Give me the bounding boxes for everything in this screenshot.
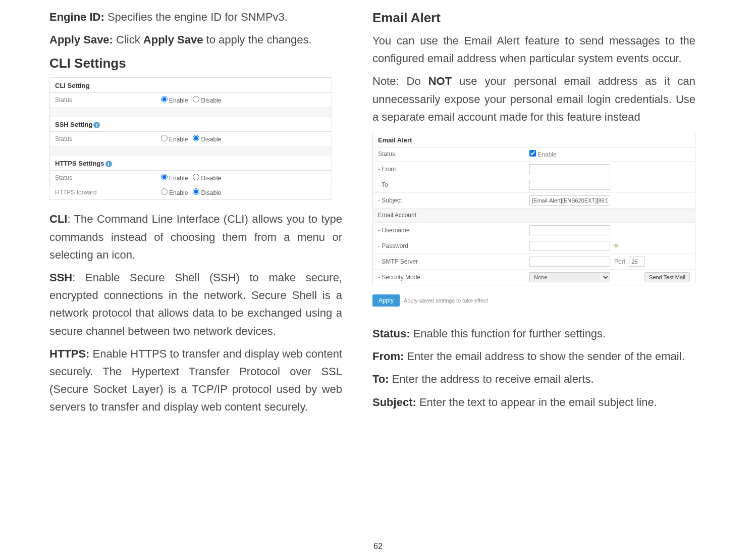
email-alert-heading: Email Alert	[372, 10, 695, 26]
cli-disable-radio[interactable]	[193, 96, 199, 103]
ssh-enable-radio[interactable]	[161, 135, 168, 141]
https-fwd-disable-option[interactable]: Disable	[193, 188, 221, 196]
email-status-row: Status Enable	[373, 147, 695, 162]
ssh-enable-option[interactable]: Enable	[161, 135, 188, 143]
apply-save-bold: Apply Save	[143, 33, 203, 46]
ssh-setting-header: SSH Settingi	[50, 117, 332, 132]
status-para: Status: Enable this function for further…	[372, 325, 695, 342]
left-column: Engine ID: Specifies the engine ID for S…	[49, 3, 342, 421]
status-label: Status	[55, 174, 161, 181]
apply-save-post: to apply the changes.	[203, 33, 311, 46]
status-term: Status:	[372, 327, 410, 340]
email-password-input[interactable]	[529, 241, 610, 251]
engine-id-text: Specifies the engine ID for SNMPv3.	[104, 11, 288, 23]
email-port-input[interactable]	[629, 257, 645, 267]
engine-id-label: Engine ID:	[49, 11, 104, 23]
engine-id-para: Engine ID: Specifies the engine ID for S…	[49, 8, 342, 26]
ssh-text: : Enable Secure Shell (SSH) to make secu…	[49, 271, 342, 337]
https-enable-option[interactable]: Enable	[161, 174, 188, 182]
email-from-input[interactable]	[529, 164, 610, 174]
email-security-select[interactable]: None	[529, 272, 610, 282]
cli-term: CLI	[49, 213, 67, 225]
send-test-mail-button[interactable]: Send Test Mail	[644, 272, 690, 282]
https-fwd-disable-radio[interactable]	[193, 188, 199, 195]
from-text: Enter the email address to show the send…	[404, 350, 684, 363]
email-to-label: - To	[378, 181, 529, 188]
email-subject-row: - Subject	[373, 193, 695, 209]
ssh-disable-option[interactable]: Disable	[193, 135, 221, 143]
email-smtp-input[interactable]	[529, 257, 610, 267]
email-username-row: - Username	[373, 223, 695, 238]
email-password-label: - Password	[378, 242, 529, 249]
email-account-label: Email Account	[378, 212, 529, 219]
https-forward-radios: Enable Disable	[161, 188, 221, 196]
email-alert-note: Note: Do NOT use your personal email add…	[372, 72, 695, 126]
note-pre: Note: Do	[372, 75, 428, 87]
https-disable-option[interactable]: Disable	[193, 174, 221, 182]
to-term: To:	[372, 373, 389, 385]
https-status-row: Status Enable Disable	[50, 171, 332, 185]
email-from-label: - From	[378, 166, 529, 173]
https-para: HTTPS: Enable HTTPS to transfer and disp…	[49, 345, 342, 416]
blank-row	[50, 108, 332, 117]
from-para: From: Enter the email address to show th…	[372, 347, 695, 365]
https-fwd-enable-option[interactable]: Enable	[161, 188, 188, 196]
email-subject-input[interactable]	[529, 195, 610, 206]
cli-disable-option[interactable]: Disable	[193, 96, 221, 104]
https-forward-row: HTTPS forward Enable Disable	[50, 185, 332, 199]
email-to-row: - To	[373, 177, 695, 193]
email-smtp-label: - SMTP Server	[378, 258, 529, 265]
port-label: Port:	[614, 258, 627, 265]
email-account-row: Email Account	[373, 209, 695, 223]
ssh-status-row: Status Enable Disable	[50, 132, 332, 146]
https-term: HTTPS:	[49, 347, 89, 360]
subject-text: Enter the text to appear in the email su…	[416, 396, 657, 409]
cli-status-row: Status Enable Disable	[50, 93, 332, 108]
email-username-input[interactable]	[529, 225, 610, 235]
cli-settings-screenshot: CLI Setting Status Enable Disable SSH Se…	[49, 77, 332, 200]
note-bold: NOT	[428, 75, 452, 87]
to-text: Enter the address to receive email alert…	[389, 373, 594, 385]
subject-term: Subject:	[372, 396, 416, 409]
apply-save-pre: Click	[113, 33, 143, 46]
right-column: Email Alert You can use the Email Alert …	[372, 3, 695, 421]
email-password-row: - Password 👁	[373, 238, 695, 254]
to-para: To: Enter the address to receive email a…	[372, 370, 695, 388]
email-enable-option[interactable]: Enable	[529, 150, 557, 158]
info-icon[interactable]: i	[93, 122, 100, 128]
cli-settings-heading: CLI Settings	[49, 56, 342, 71]
cli-status-radios: Enable Disable	[161, 96, 221, 104]
email-status-label: Status	[378, 150, 529, 158]
email-to-input[interactable]	[529, 180, 610, 190]
ssh-term: SSH	[49, 271, 72, 284]
cli-enable-radio[interactable]	[161, 96, 168, 103]
https-disable-radio[interactable]	[193, 174, 199, 180]
https-text: Enable HTTPS to transfer and display web…	[49, 347, 342, 414]
cli-enable-option[interactable]: Enable	[161, 96, 188, 104]
apply-save-para: Apply Save: Click Apply Save to apply th…	[49, 31, 342, 48]
cli-setting-header: CLI Setting	[50, 78, 332, 93]
from-term: From:	[372, 350, 404, 363]
email-enable-checkbox[interactable]	[529, 150, 536, 157]
cli-text: : The Command Line Interface (CLI) allow…	[49, 213, 342, 261]
email-from-row: - From	[373, 162, 695, 177]
eye-icon[interactable]: 👁	[613, 242, 619, 249]
email-alert-header: Email Alert	[373, 132, 695, 147]
apply-bar: Apply Apply saved settings to take effec…	[372, 290, 695, 311]
ssh-disable-radio[interactable]	[193, 135, 199, 141]
apply-button[interactable]: Apply	[372, 294, 400, 307]
info-icon[interactable]: i	[105, 161, 112, 167]
email-alert-screenshot: Email Alert Status Enable - From - To - …	[372, 132, 695, 285]
email-subject-label: - Subject	[378, 197, 529, 204]
status-label: Status	[55, 96, 161, 104]
email-alert-intro: You can use the Email Alert feature to s…	[372, 32, 695, 67]
https-forward-label: HTTPS forward	[55, 189, 161, 196]
https-fwd-enable-radio[interactable]	[161, 188, 168, 195]
page-number: 62	[373, 542, 383, 551]
apply-save-label: Apply Save:	[49, 33, 113, 46]
status-text: Enable this function for further setting…	[410, 327, 606, 340]
https-enable-radio[interactable]	[161, 174, 168, 180]
blank-row	[50, 146, 332, 156]
cli-para: CLI: The Command Line Interface (CLI) al…	[49, 210, 342, 264]
email-smtp-row: - SMTP Server Port:	[373, 254, 695, 270]
